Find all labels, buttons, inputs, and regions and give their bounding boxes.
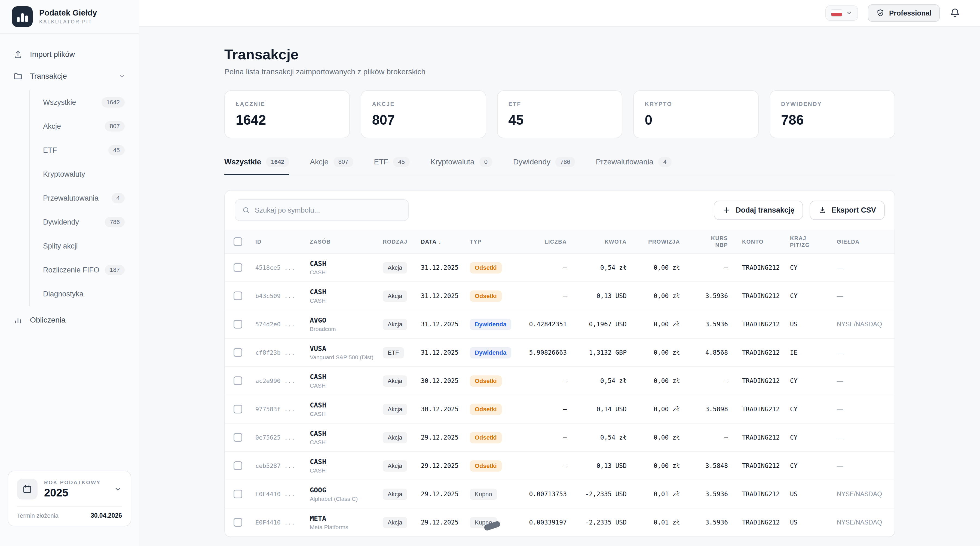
row-checkbox[interactable] — [234, 462, 242, 470]
chevron-down-icon[interactable] — [114, 485, 122, 493]
sidebar-subitem[interactable]: Wszystkie 1642 — [30, 90, 139, 114]
cell-exchange: NYSE/NASDAQ — [837, 321, 886, 328]
filter-tab[interactable]: Przewalutowania 4 — [596, 157, 671, 175]
cell-account: TRADING212 — [732, 519, 790, 526]
sidebar-subitem[interactable]: Kryptowaluty — [30, 162, 139, 186]
cell-exchange: NYSE/NASDAQ — [837, 519, 886, 526]
table-row[interactable]: 574d2e0 ... AVGO Broadcom Akcja 31.12.20… — [225, 310, 894, 339]
stats-row: ŁĄCZNIE 1642 AKCJE 807 ETF 45 KRYPTO 0 D… — [224, 90, 895, 138]
cell-fee: 0,01 zł — [631, 519, 684, 526]
cell-fee: 0,01 zł — [631, 490, 684, 498]
table-row[interactable]: cf8f23b ... VUSA Vanguard S&P 500 (Dist)… — [225, 339, 894, 367]
table-row[interactable]: 0e75625 ... CASH CASH Akcja 29.12.2025 O… — [225, 423, 894, 452]
cell-nbp-rate: 3.5936 — [684, 321, 732, 328]
cell-asset: GOOG Alphabet (Class C) — [310, 486, 383, 502]
table-row[interactable]: ac2e990 ... CASH CASH Akcja 30.12.2025 O… — [225, 367, 894, 395]
plan-badge-button[interactable]: Professional — [868, 4, 940, 22]
filter-tab[interactable]: Kryptowaluta 0 — [430, 157, 492, 175]
transactions-panel: Dodaj transakcję Eksport CSV ID ZASÓB RO… — [224, 190, 895, 537]
transaction-type-badge: Odsetki — [470, 432, 502, 443]
topbar: Professional — [139, 0, 980, 27]
tab-count-badge: 807 — [334, 157, 353, 167]
table-row[interactable]: ceb5287 ... CASH CASH Akcja 29.12.2025 O… — [225, 452, 894, 480]
cell-fee: 0,00 zł — [631, 434, 684, 441]
cell-id: cf8f23b ... — [255, 349, 310, 356]
upload-icon — [13, 49, 23, 59]
table-row[interactable]: b43c509 ... CASH CASH Akcja 31.12.2025 O… — [225, 282, 894, 310]
cell-nbp-rate: – — [684, 377, 732, 384]
row-checkbox[interactable] — [234, 405, 242, 414]
sidebar-subitem[interactable]: Przewalutowania 4 — [30, 186, 139, 210]
tax-year-label: ROK PODATKOWY — [44, 479, 101, 486]
table-toolbar: Dodaj transakcję Eksport CSV — [225, 191, 894, 230]
add-transaction-button[interactable]: Dodaj transakcję — [714, 201, 803, 220]
table-row[interactable]: E0F4410 ... META Meta Platforms Akcja 29… — [225, 508, 894, 537]
notifications-bell-icon[interactable] — [950, 8, 960, 19]
table-row[interactable]: E0F4410 ... GOOG Alphabet (Class C) Akcj… — [225, 480, 894, 508]
select-all-checkbox[interactable] — [234, 237, 242, 246]
filter-tab[interactable]: Wszystkie 1642 — [224, 157, 289, 175]
tax-year-card[interactable]: ROK PODATKOWY 2025 Termin złożenia 30.04… — [8, 471, 131, 526]
row-checkbox[interactable] — [234, 320, 242, 328]
col-header-data-sort[interactable]: DATA ↓ — [421, 239, 470, 245]
col-header-prowizja: PROWIZJA — [631, 239, 684, 245]
col-header-kraj: KRAJ PIT/ZG — [790, 235, 816, 248]
sidebar-subitem[interactable]: Rozliczenie FIFO 187 — [30, 258, 139, 282]
cell-country: CY — [790, 406, 837, 412]
sidebar-subitem-label: Wszystkie — [43, 98, 76, 107]
row-checkbox[interactable] — [234, 376, 242, 385]
asset-symbol: CASH — [310, 373, 383, 381]
cell-asset: CASH CASH — [310, 288, 383, 304]
row-checkbox[interactable] — [234, 433, 242, 442]
plus-icon — [722, 206, 731, 214]
row-checkbox[interactable] — [234, 490, 242, 498]
sidebar-subitem-label: Akcje — [43, 122, 61, 131]
asset-symbol: CASH — [310, 288, 383, 296]
cell-quantity: – — [522, 377, 571, 384]
cell-amount: 0,1967 USD — [571, 321, 631, 328]
asset-type-badge: Akcja — [383, 319, 407, 330]
tab-label: Kryptowaluta — [430, 158, 474, 166]
sidebar-subitem[interactable]: Akcje 807 — [30, 114, 139, 138]
sidebar-subitem[interactable]: Diagnostyka — [30, 282, 139, 306]
filter-tab[interactable]: ETF 45 — [374, 157, 410, 175]
asset-type-badge: Akcja — [383, 404, 407, 415]
col-header-id: ID — [255, 239, 310, 245]
stat-label: ETF — [509, 101, 611, 107]
table-row[interactable]: 977583f ... CASH CASH Akcja 30.12.2025 O… — [225, 395, 894, 423]
sidebar-subitem-label: Przewalutowania — [43, 194, 99, 202]
cell-exchange: — — [837, 377, 886, 385]
brand: Podatek Giełdy KALKULATOR PIT — [0, 0, 139, 34]
cell-amount: 0,14 USD — [571, 406, 631, 412]
stat-label: DYWIDENDY — [781, 101, 884, 107]
sidebar-subitem-label: Rozliczenie FIFO — [43, 266, 99, 274]
sidebar-item-transactions[interactable]: Transakcje — [0, 65, 139, 87]
filter-tab[interactable]: Akcje 807 — [310, 157, 353, 175]
sidebar-subitem[interactable]: ETF 45 — [30, 138, 139, 162]
row-checkbox[interactable] — [234, 348, 242, 357]
page-subtitle: Pełna lista transakcji zaimportowanych z… — [224, 67, 895, 76]
stat-card: DYWIDENDY 786 — [770, 90, 895, 138]
stat-label: ŁĄCZNIE — [236, 101, 338, 107]
sidebar-item-import[interactable]: Import plików — [0, 43, 139, 65]
sidebar-subitem-label: Kryptowaluty — [43, 170, 85, 178]
cell-quantity: – — [522, 292, 571, 299]
cell-quantity: – — [522, 264, 571, 271]
export-csv-button[interactable]: Eksport CSV — [810, 201, 885, 220]
table-row[interactable]: 4518ce5 ... CASH CASH Akcja 31.12.2025 O… — [225, 254, 894, 282]
search-input[interactable] — [255, 206, 401, 215]
row-checkbox[interactable] — [234, 291, 242, 300]
sidebar-item-calculations[interactable]: Obliczenia — [0, 309, 139, 331]
language-selector[interactable] — [826, 5, 858, 21]
cell-account: TRADING212 — [732, 264, 790, 271]
sidebar: Podatek Giełdy KALKULATOR PIT Import pli… — [0, 0, 139, 546]
cell-date: 31.12.2025 — [421, 292, 470, 299]
col-header-rodzaj: RODZAJ — [383, 239, 421, 245]
sidebar-item-label: Transakcje — [30, 72, 111, 81]
sidebar-subitem[interactable]: Dywidendy 786 — [30, 210, 139, 234]
stat-card: ŁĄCZNIE 1642 — [224, 90, 350, 138]
sidebar-subitem[interactable]: Splity akcji — [30, 234, 139, 258]
row-checkbox[interactable] — [234, 263, 242, 272]
filter-tab[interactable]: Dywidendy 786 — [513, 157, 575, 175]
row-checkbox[interactable] — [234, 518, 242, 527]
